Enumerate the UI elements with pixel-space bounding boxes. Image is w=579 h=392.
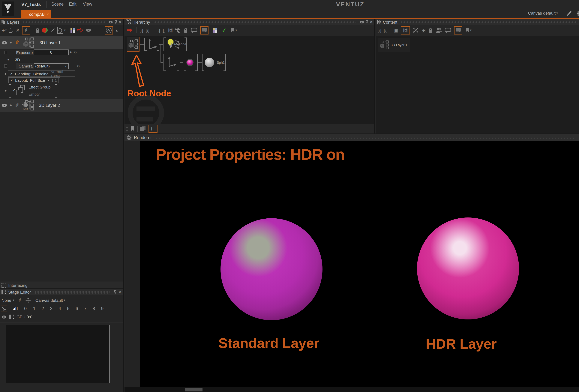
filter-6[interactable]: 6 xyxy=(75,306,78,311)
root-node[interactable] xyxy=(127,37,140,52)
filter-5[interactable]: 5 xyxy=(67,306,70,311)
pencil-icon[interactable]: ✎ xyxy=(14,39,20,47)
chevron-down-icon[interactable]: ▾ xyxy=(13,298,14,302)
lock-icon[interactable] xyxy=(35,28,40,33)
stage-editor-header[interactable]: Stage Editor ✕ xyxy=(0,289,123,295)
clear-filter-button[interactable] xyxy=(1,305,7,312)
move-into-button[interactable]: →[ xyxy=(155,28,160,32)
eye-icon[interactable] xyxy=(1,315,6,319)
exposure-input[interactable]: 0 xyxy=(34,50,69,55)
live-arrow-icon[interactable] xyxy=(126,28,133,33)
group-nodes-button[interactable]: [⧉] xyxy=(168,28,172,33)
content-item-3d-layer-1[interactable]: 3D Layer 1 xyxy=(378,38,410,52)
stage-preview-box[interactable] xyxy=(6,325,110,383)
panel-close-icon[interactable]: ✕ xyxy=(118,290,122,294)
shape-mode-button[interactable]: ▾ xyxy=(57,27,66,34)
camera-checkbox[interactable] xyxy=(4,65,7,67)
add-layer-button[interactable]: + ▾ xyxy=(1,27,7,33)
expand-right-icon[interactable]: ▶ xyxy=(10,104,12,107)
stage-canvas-selector[interactable]: Canvas default ▾ xyxy=(35,298,65,302)
content-panel-header[interactable]: Content xyxy=(376,19,579,25)
grid-view-button[interactable]: ⊞ xyxy=(421,27,425,33)
panel-drag-dots[interactable] xyxy=(156,136,576,139)
effect-group-row[interactable]: ▶ ✓ Effect Group Empty xyxy=(0,84,123,99)
move-up-button[interactable]: [↑] xyxy=(378,28,381,32)
blending-row[interactable]: ▶ ✓ Blending: Blending Normal 100% xyxy=(0,70,123,77)
expand-caret-icon[interactable]: ▼ xyxy=(9,41,12,44)
hierarchy-graph[interactable]: Directional Sph1 xyxy=(125,36,374,124)
scroll-up-icon[interactable]: ▲ xyxy=(115,28,118,32)
layer-row-1[interactable]: ▼ ✎ 3D Layer 1 xyxy=(0,36,123,49)
interfacing-panel-header[interactable]: Interfacing xyxy=(0,282,123,289)
bookmark-icon[interactable] xyxy=(131,126,135,131)
pencil-icon[interactable]: ✎ xyxy=(14,101,20,109)
animation-curve-button[interactable] xyxy=(104,26,113,34)
layers-panel-header[interactable]: Layers ✕ xyxy=(0,19,123,25)
eyedropper-icon[interactable] xyxy=(566,11,572,16)
panel-close-icon[interactable]: ✕ xyxy=(118,20,122,24)
duplicate-button[interactable] xyxy=(9,28,13,33)
bookmark-button[interactable]: ▾ xyxy=(466,28,472,33)
split-node-button[interactable]: [ ] xyxy=(163,28,165,32)
group-3d-row[interactable]: ▼ 3D xyxy=(0,57,123,63)
color-palette-icon[interactable] xyxy=(213,28,217,33)
expand-arrows-icon[interactable] xyxy=(413,27,418,33)
ventuz-logo[interactable] xyxy=(2,1,14,16)
canvas-selector[interactable]: Canvas default ▾ xyxy=(528,11,558,15)
filter-0[interactable]: 0 xyxy=(24,306,27,311)
hierarchy-panel-header[interactable]: Hierarchy ✕ xyxy=(125,19,374,25)
filter-2[interactable]: 2 xyxy=(41,306,44,311)
expand-right-icon[interactable]: ▶ xyxy=(5,72,7,75)
stack-content-button[interactable]: [⧉] xyxy=(401,26,410,34)
validate-check-icon[interactable]: ✓ xyxy=(222,27,226,34)
comment-filled-button[interactable] xyxy=(454,26,463,34)
reset-icon[interactable]: ↺ xyxy=(77,64,80,68)
render-viewport[interactable]: Project Properties: HDR on Standard Laye… xyxy=(140,141,579,387)
horizontal-scrollbar[interactable] xyxy=(125,387,579,392)
filter-8[interactable]: 8 xyxy=(93,306,95,311)
content-body[interactable]: 3D Layer 1 xyxy=(376,36,579,133)
globe-icon[interactable] xyxy=(576,10,579,17)
comment-outline-icon[interactable] xyxy=(191,28,197,33)
comment-outline-icon[interactable] xyxy=(445,28,451,33)
lock-icon[interactable] xyxy=(429,28,433,33)
panel-close-icon[interactable]: ✕ xyxy=(369,20,373,24)
expand-right-icon[interactable]: ▶ xyxy=(5,89,7,92)
panel-pin-icon[interactable] xyxy=(114,290,116,294)
tabstrip-drag-dots[interactable] xyxy=(126,125,128,132)
layout-row[interactable]: ✓ Layout: Full Size ▼ 1:1 xyxy=(0,77,123,83)
renderer-bar[interactable]: Renderer xyxy=(125,133,579,141)
panel-drag-dots[interactable] xyxy=(35,291,110,293)
scene-tab[interactable]: ⊢ compAB × xyxy=(21,10,51,18)
layers-stack-icon[interactable] xyxy=(140,126,146,131)
filter-all[interactable]: all xyxy=(13,306,18,311)
reset-icon[interactable]: ↺ xyxy=(74,50,77,54)
exposure-stepper[interactable]: ▲ ▼ xyxy=(70,51,72,54)
menu-item-edit[interactable]: Edit xyxy=(69,2,76,6)
menu-item-view[interactable]: View xyxy=(83,2,92,6)
visibility-eye-icon[interactable] xyxy=(1,41,7,45)
move-up-button[interactable]: [↑] xyxy=(140,28,143,32)
panel-drag-dots[interactable] xyxy=(153,21,356,23)
move-down-button[interactable]: [↓] xyxy=(384,28,387,32)
link-content-button[interactable]: ▣ xyxy=(394,27,398,33)
scene-tab-close-icon[interactable]: × xyxy=(47,12,49,16)
filter-1[interactable]: 1 xyxy=(33,306,35,311)
panel-drag-dots[interactable] xyxy=(401,21,576,23)
camera-select[interactable]: (default) ▼ xyxy=(34,63,69,69)
comment-filled-button[interactable] xyxy=(201,26,209,34)
bookmark-button[interactable]: ▾ xyxy=(231,28,237,33)
collapse-caret-icon[interactable]: ▼ xyxy=(7,58,10,61)
visibility-eye-icon[interactable] xyxy=(1,103,7,107)
filter-9[interactable]: 9 xyxy=(101,306,103,311)
preset-select[interactable]: None xyxy=(1,298,11,302)
chevron-down-icon[interactable]: ▼ xyxy=(47,79,50,81)
delete-button[interactable]: ✕ xyxy=(16,27,20,33)
filter-4[interactable]: 4 xyxy=(59,306,61,311)
pencil-icon[interactable]: ✎ xyxy=(17,297,22,303)
menu-item-scene[interactable]: Scene xyxy=(51,2,64,6)
panel-pin-icon[interactable] xyxy=(365,20,368,24)
blend-ball-icon[interactable] xyxy=(42,28,47,33)
panel-eye-icon[interactable] xyxy=(360,20,364,23)
eye-x-icon[interactable] xyxy=(86,28,91,32)
